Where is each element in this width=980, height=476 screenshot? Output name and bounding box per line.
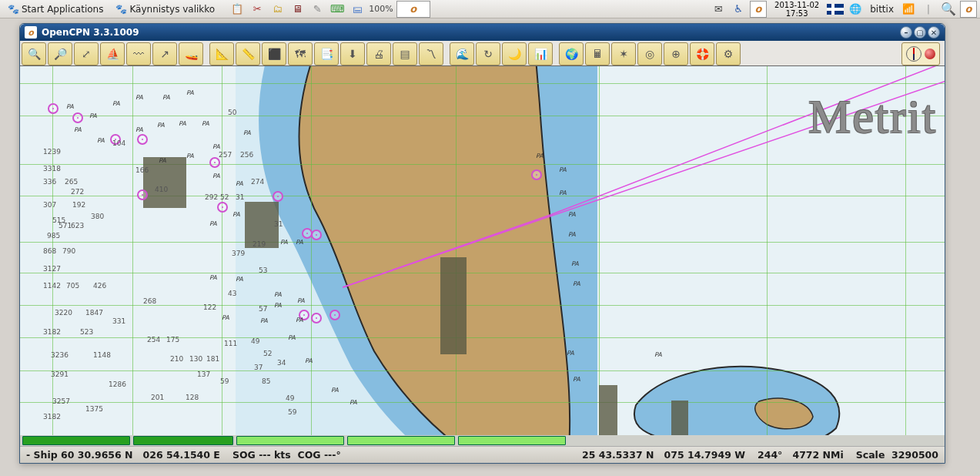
track-button[interactable]: 〰 xyxy=(126,42,151,65)
pa-label: PA xyxy=(559,166,567,173)
ais-button[interactable]: ▤ xyxy=(393,42,417,65)
depth-sounding: 1286 xyxy=(109,380,126,388)
depth-sounding: 175 xyxy=(166,336,179,344)
print-button[interactable]: 🖨 xyxy=(366,42,391,65)
pa-label: PA xyxy=(157,122,165,129)
zoom-out-button[interactable]: 🔎 xyxy=(48,42,72,65)
world-button[interactable]: 🌍 xyxy=(559,42,584,65)
zoom-in-button[interactable]: 🔍 xyxy=(22,42,46,65)
text-button[interactable]: 〽 xyxy=(419,42,443,65)
waypoint-marker[interactable] xyxy=(217,202,228,213)
route-button[interactable]: ↗ xyxy=(152,42,177,65)
maximize-button[interactable]: ▢ xyxy=(914,26,926,39)
depth-sounding: 59 xyxy=(220,377,229,385)
depth-sounding: 181 xyxy=(206,355,219,363)
flag-fi-icon[interactable] xyxy=(827,4,844,15)
own-ship-button[interactable]: ⛵ xyxy=(100,42,125,65)
divider-icon: | xyxy=(920,1,937,18)
search-icon[interactable]: 🔍 xyxy=(940,1,957,18)
chart-info-button[interactable]: 🗺 xyxy=(288,42,313,65)
close-button[interactable]: ✕ xyxy=(928,26,940,39)
accessibility-icon[interactable]: ♿ xyxy=(730,1,747,18)
start-applications-menu[interactable]: 🐾 Start Applications xyxy=(3,2,108,16)
notes-icon[interactable]: 📋 xyxy=(229,1,246,18)
scissors-icon[interactable]: ✂ xyxy=(249,1,266,18)
download-button[interactable]: ⬇ xyxy=(340,42,365,65)
depth-sounding: 985 xyxy=(47,232,60,240)
pa-label: PA xyxy=(179,120,186,127)
depth-sounding: 1148 xyxy=(93,351,111,359)
depth-sounding: 104 xyxy=(112,139,125,147)
waypoint-marker[interactable] xyxy=(137,189,148,200)
chart-manager-button[interactable]: 📊 xyxy=(528,42,553,65)
depth-sounding: 265 xyxy=(65,178,78,186)
pa-label: PA xyxy=(222,314,229,321)
grid-horizontal xyxy=(20,273,945,273)
currents-button[interactable]: ↻ xyxy=(476,42,500,65)
opencpn-task-icon[interactable]: o xyxy=(396,1,430,18)
files-icon[interactable]: 🗂 xyxy=(269,1,286,18)
waypoint-marker[interactable] xyxy=(273,191,283,202)
plugin-a-button[interactable]: ✶ xyxy=(611,42,636,65)
sat-button[interactable]: 🛟 xyxy=(690,42,714,65)
globe-icon[interactable]: 🌐 xyxy=(847,1,864,18)
tides-button[interactable]: 🌊 xyxy=(450,42,474,65)
depth-sounding: 210 xyxy=(170,355,183,363)
pa-label: PA xyxy=(296,239,303,246)
opencpn-tray2-icon[interactable]: o xyxy=(960,1,977,18)
waypoint-marker[interactable] xyxy=(329,310,340,320)
grid-vertical xyxy=(599,66,600,435)
pa-label: PA xyxy=(186,153,194,159)
chart-canvas[interactable]: 1239331833626530719251598586879031271142… xyxy=(20,65,945,435)
chart-selector-bar[interactable] xyxy=(20,435,945,446)
chat-icon[interactable]: ⌨ xyxy=(329,1,346,18)
ruler-button[interactable]: 📏 xyxy=(236,42,260,65)
grid-vertical xyxy=(905,66,906,435)
clock[interactable]: 2013-11-02 17:53 xyxy=(770,1,824,18)
window-titlebar[interactable]: o OpenCPN 3.3.1009 – ▢ ✕ xyxy=(20,24,945,41)
wifi-icon[interactable]: 📶 xyxy=(900,1,917,18)
night-button[interactable]: 🌙 xyxy=(502,42,527,65)
waypoint-marker[interactable] xyxy=(48,103,59,114)
depth-sounding: 137 xyxy=(197,370,210,378)
chart-segment[interactable] xyxy=(133,436,233,445)
help-button[interactable]: ⚙ xyxy=(716,42,741,65)
pa-label: PA xyxy=(186,89,194,96)
waypoint-marker[interactable] xyxy=(311,313,322,323)
boat-button[interactable]: 🚤 xyxy=(179,42,203,65)
depth-sounding: 257 xyxy=(219,151,232,159)
opencpn-tray-icon[interactable]: o xyxy=(750,1,767,18)
depth-sounding: 43 xyxy=(228,290,236,297)
depth-sounding: 705 xyxy=(66,282,79,290)
pa-label: PA xyxy=(232,211,240,218)
depth-sounding: 85 xyxy=(262,377,270,385)
layers-button[interactable]: 📑 xyxy=(314,42,339,65)
waypoint-marker[interactable] xyxy=(137,134,148,145)
chart-segment[interactable] xyxy=(347,436,455,445)
compass-button[interactable]: 📐 xyxy=(209,42,234,65)
waypoint-marker[interactable] xyxy=(72,112,83,123)
depth-sounding: 274 xyxy=(251,178,264,186)
start-menu-fi[interactable]: 🐾 Käynnistys valikko xyxy=(111,2,219,16)
chart-segment[interactable] xyxy=(22,436,130,445)
compass-widget[interactable] xyxy=(901,42,940,65)
paw-icon: 🐾 xyxy=(8,4,19,15)
depth-sounding: 379 xyxy=(232,250,245,257)
waypoint-marker[interactable] xyxy=(311,230,322,240)
waypoint-marker[interactable] xyxy=(209,157,220,168)
radar-button[interactable]: ◎ xyxy=(637,42,662,65)
terminal-icon[interactable]: 🖥 xyxy=(289,1,306,18)
chart-segment[interactable] xyxy=(458,436,566,445)
wmm-button[interactable]: ⊕ xyxy=(664,42,688,65)
waypoint-marker[interactable] xyxy=(531,169,542,180)
disk-icon[interactable]: 🖴 xyxy=(349,1,366,18)
depth-sounding: 3182 xyxy=(43,413,61,421)
mail-icon[interactable]: ✉ xyxy=(710,1,727,18)
editor-icon[interactable]: ✎ xyxy=(309,1,326,18)
chart-north-button[interactable]: ⬛ xyxy=(262,42,286,65)
calc-button[interactable]: 🖩 xyxy=(585,42,610,65)
minimize-button[interactable]: – xyxy=(900,26,912,39)
pa-label: PA xyxy=(243,129,251,136)
chart-segment[interactable] xyxy=(236,436,344,445)
scale-chart-button[interactable]: ⤢ xyxy=(74,42,99,65)
